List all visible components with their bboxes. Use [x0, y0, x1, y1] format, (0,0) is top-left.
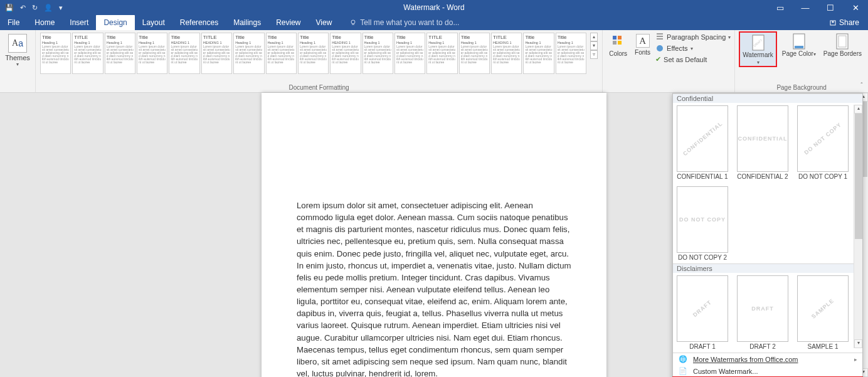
effects-button[interactable]: Effects▾ — [655, 44, 731, 53]
tab-review[interactable]: Review — [268, 15, 308, 30]
close-icon[interactable]: ✕ — [843, 3, 868, 13]
watermark-gallery-item[interactable]: CONFIDENTIALCONFIDENTIAL 2 — [736, 105, 790, 180]
style-set-item[interactable]: TitleHEADING 1Lorem ipsum dolor sit amet… — [169, 33, 199, 74]
style-set-item[interactable]: TitleHeading 1Lorem ipsum dolor sit amet… — [137, 33, 167, 74]
style-set-gallery[interactable]: TitleHeading 1Lorem ipsum dolor sit amet… — [40, 31, 587, 75]
scroll-thumb[interactable] — [855, 114, 862, 239]
check-icon: ✔ — [655, 55, 661, 63]
watermark-gallery-item[interactable]: DRAFTDRAFT 2 — [736, 275, 790, 350]
tell-me-search[interactable]: Tell me what you want to do... — [339, 15, 459, 30]
watermark-section-confidential: Confidential — [673, 93, 862, 103]
set-as-default-button[interactable]: ✔ Set as Default — [655, 55, 731, 63]
style-set-item[interactable]: TITLEHEADING 1Lorem ipsum dolor sit amet… — [491, 33, 522, 74]
maximize-icon[interactable]: ☐ — [818, 3, 843, 13]
qat-dropdown-icon[interactable]: ▾ — [59, 4, 63, 12]
paragraph-spacing-label: Paragraph Spacing — [667, 33, 726, 41]
window-title: Watermark - Word — [403, 3, 464, 12]
style-set-item[interactable]: TitleHeading 1Lorem ipsum dolor sit amet… — [233, 33, 264, 74]
document-page[interactable]: Lorem ipsum dolor sit amet, consectetuer… — [262, 93, 606, 377]
page-borders-label: Page Borders — [823, 50, 862, 57]
tab-view[interactable]: View — [309, 15, 340, 30]
document-area: Lorem ipsum dolor sit amet, consectetuer… — [0, 93, 868, 377]
style-set-item[interactable]: TitleHeading 1Lorem ipsum dolor sit amet… — [266, 33, 297, 74]
style-set-item[interactable]: TitleHeading 1Lorem ipsum dolor sit amet… — [105, 33, 135, 74]
tab-insert[interactable]: Insert — [62, 15, 96, 30]
style-set-item[interactable]: TitleHeading 1Lorem ipsum dolor sit amet… — [523, 33, 554, 74]
themes-button[interactable]: Aa Themes ▾ — [4, 31, 31, 67]
scroll-down-icon[interactable]: ▾ — [854, 339, 862, 348]
undo-icon[interactable]: ↶ — [20, 4, 26, 12]
paragraph-spacing-button[interactable]: Paragraph Spacing▾ — [655, 33, 731, 41]
svg-rect-6 — [618, 41, 622, 45]
watermark-panel-scrollbar[interactable]: ▴ ▾ — [854, 105, 862, 348]
svg-rect-11 — [795, 46, 803, 48]
effects-icon — [655, 44, 664, 53]
style-set-item[interactable]: TITLEHeading 1Lorem ipsum dolor sit amet… — [426, 33, 457, 74]
watermark-gallery-item[interactable]: CONFIDENTIALCONFIDENTIAL 1 — [675, 105, 729, 180]
svg-point-0 — [351, 20, 355, 24]
gallery-more-icon[interactable]: ▿ — [590, 50, 598, 59]
redo-icon[interactable]: ↻ — [32, 4, 38, 12]
gallery-scroll-up-icon[interactable]: ▴ — [590, 33, 598, 41]
ribbon-display-icon[interactable]: ▭ — [768, 3, 793, 13]
style-set-item[interactable]: TITLEHEADING 1Lorem ipsum dolor sit amet… — [201, 33, 232, 74]
page-color-icon — [791, 34, 807, 49]
fonts-label: Fonts — [635, 49, 650, 56]
tab-layout[interactable]: Layout — [135, 15, 172, 30]
group-label-page-background: Page Background — [739, 84, 864, 92]
svg-rect-5 — [613, 41, 617, 45]
watermark-gallery-item[interactable]: SAMPLESAMPLE 1 — [796, 275, 850, 350]
tab-mailings[interactable]: Mailings — [226, 15, 268, 30]
save-icon[interactable]: 💾 — [5, 4, 14, 12]
colors-button[interactable]: Colors — [606, 31, 630, 57]
style-set-item[interactable]: TitleHeading 1Lorem ipsum dolor sit amet… — [394, 33, 425, 74]
style-set-item[interactable]: TITLEHeading 1Lorem ipsum dolor sit amet… — [72, 33, 103, 74]
themes-label: Themes — [5, 54, 30, 61]
style-set-item[interactable]: TitleHeading 1Lorem ipsum dolor sit amet… — [363, 33, 393, 74]
svg-rect-4 — [618, 36, 622, 40]
profile-icon[interactable]: 👤 — [44, 4, 53, 12]
watermark-button[interactable]: DRAFT Watermark▾ — [739, 31, 777, 67]
svg-point-2 — [832, 21, 834, 23]
style-set-item[interactable]: TitleHeading 1Lorem ipsum dolor sit amet… — [556, 33, 586, 74]
custom-watermark-icon: 📄 — [678, 367, 688, 375]
gallery-scroll: ▴ ▾ ▿ — [590, 31, 598, 60]
more-watermarks-item[interactable]: 🌐 More Watermarks from Office.com ▸ — [673, 353, 862, 365]
page-borders-button[interactable]: Page Borders — [821, 31, 864, 57]
minimize-icon[interactable]: — — [793, 3, 818, 13]
watermark-icon: DRAFT — [751, 35, 766, 50]
set-as-default-label: Set as Default — [664, 56, 707, 63]
page-color-button[interactable]: Page Color▾ — [780, 31, 818, 58]
tab-file[interactable]: File — [0, 15, 27, 30]
paragraph-spacing-icon — [655, 33, 664, 41]
style-set-item[interactable]: TitleHeading 1Lorem ipsum dolor sit amet… — [298, 33, 329, 74]
style-set-item[interactable]: TitleHeading 1Lorem ipsum dolor sit amet… — [40, 33, 71, 74]
watermark-section-disclaimers: Disclaimers — [673, 263, 862, 273]
gallery-scroll-down-icon[interactable]: ▾ — [590, 41, 598, 50]
more-watermarks-label: More Watermarks from Office.com — [693, 356, 798, 363]
chevron-right-icon: ▸ — [854, 356, 857, 363]
watermark-gallery-item[interactable]: DRAFTDRAFT 1 — [675, 275, 729, 350]
watermark-gallery-item[interactable]: DO NOT COPYDO NOT COPY 2 — [675, 186, 729, 261]
watermark-gallery-item[interactable]: DO NOT COPYDO NOT COPY 1 — [796, 105, 850, 180]
svg-point-7 — [657, 45, 663, 51]
style-set-item[interactable]: TitleHEADING 1Lorem ipsum dolor sit amet… — [330, 33, 361, 74]
globe-icon: 🌐 — [678, 355, 688, 363]
group-label-doc-formatting: Document Formatting — [40, 84, 598, 92]
scroll-up-icon[interactable]: ▴ — [854, 105, 862, 114]
ribbon-tabs: File Home Insert Design Layout Reference… — [0, 15, 868, 30]
colors-label: Colors — [609, 50, 627, 57]
tab-references[interactable]: References — [172, 15, 226, 30]
watermark-gallery-panel: Confidential CONFIDENTIALCONFIDENTIAL 1C… — [672, 93, 863, 377]
collapse-ribbon-icon[interactable]: ˆ — [857, 82, 867, 91]
tab-design[interactable]: Design — [96, 15, 134, 30]
fonts-button[interactable]: A Fonts — [632, 31, 653, 56]
themes-icon: Aa — [8, 34, 27, 53]
tab-home[interactable]: Home — [27, 15, 62, 30]
share-button[interactable]: Share — [820, 15, 868, 30]
window-controls: ▭ — ☐ ✕ — [768, 3, 868, 13]
custom-watermark-item[interactable]: 📄 Custom Watermark... — [673, 365, 862, 377]
colors-icon — [611, 34, 626, 49]
style-set-item[interactable]: TitleHeading 1Lorem ipsum dolor sit amet… — [459, 33, 490, 74]
ribbon: Aa Themes ▾ TitleHeading 1Lorem ipsum do… — [0, 30, 868, 93]
